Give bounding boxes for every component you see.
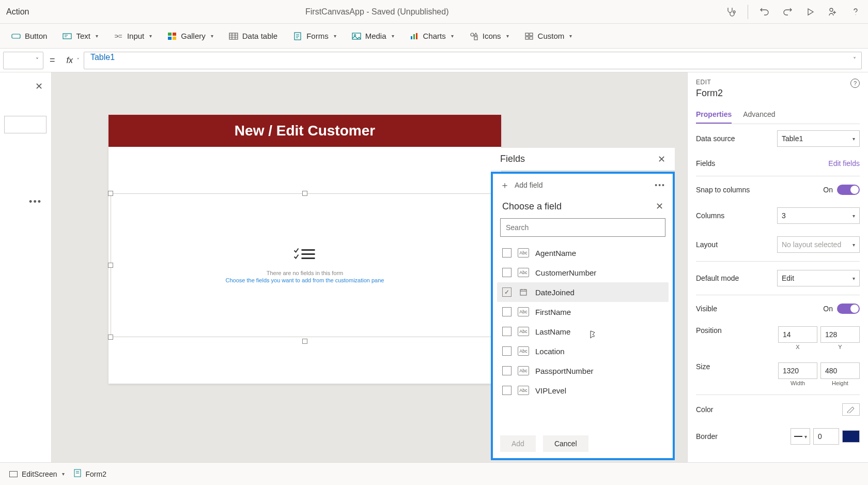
empty-form-text1: There are no fields in this form	[226, 270, 384, 276]
share-icon[interactable]	[827, 6, 839, 18]
svg-rect-18	[525, 33, 529, 36]
field-item-viplevel[interactable]: AbcVIPLevel	[497, 381, 669, 400]
charts-icon	[410, 32, 419, 41]
checkbox[interactable]: ✓	[502, 287, 512, 297]
svg-rect-17	[474, 37, 477, 40]
checkbox[interactable]	[502, 327, 512, 336]
close-icon[interactable]: ✕	[658, 154, 665, 165]
custom-icon	[524, 32, 534, 41]
position-x-input[interactable]: 14	[778, 326, 817, 343]
snap-toggle[interactable]	[837, 185, 860, 195]
text-type-icon: Abc	[518, 248, 529, 257]
ribbon-icons[interactable]: Icons▾	[464, 28, 514, 44]
size-width-input[interactable]: 1320	[778, 362, 817, 379]
color-picker[interactable]	[842, 403, 860, 416]
redo-icon[interactable]	[781, 6, 794, 18]
resize-handle[interactable]	[108, 335, 113, 340]
field-item-lastname[interactable]: AbcLastName	[497, 322, 669, 341]
tab-properties[interactable]: Properties	[696, 106, 732, 124]
position-y-input[interactable]: 128	[820, 326, 860, 343]
checklist-icon	[226, 248, 384, 267]
ribbon-button[interactable]: Button	[6, 28, 52, 44]
close-icon[interactable]: ✕	[35, 81, 43, 92]
field-item-datejoined[interactable]: ✓DateJoined	[497, 282, 669, 302]
text-icon	[63, 32, 72, 41]
field-list: AbcAgentNameAbcCustomerNumber✓DateJoined…	[493, 241, 673, 429]
icons-icon	[469, 32, 478, 41]
tree-search-input[interactable]	[4, 116, 47, 133]
field-item-customernumber[interactable]: AbcCustomerNumber	[497, 263, 669, 282]
field-search-input[interactable]	[500, 218, 665, 237]
resize-handle[interactable]	[108, 263, 113, 268]
close-icon[interactable]: ✕	[656, 201, 663, 212]
menu-action[interactable]: Action	[6, 7, 29, 17]
svg-rect-15	[416, 33, 417, 39]
more-icon[interactable]: •••	[655, 181, 665, 189]
edit-fields-link[interactable]: Edit fields	[828, 159, 860, 168]
ribbon: Button Text▾ Input▾ Gallery▾ Data table …	[0, 24, 868, 49]
breadcrumb-form[interactable]: Form2	[74, 469, 106, 479]
button-icon	[11, 32, 21, 41]
checkbox[interactable]	[502, 386, 512, 395]
datasource-dropdown[interactable]: Table1▾	[777, 130, 860, 147]
text-type-icon: Abc	[518, 327, 529, 336]
checkbox[interactable]	[502, 307, 512, 316]
ribbon-gallery[interactable]: Gallery▾	[162, 28, 219, 44]
play-icon[interactable]	[804, 6, 816, 18]
undo-icon[interactable]	[758, 6, 771, 18]
chevron-down-icon: ▾	[392, 33, 394, 39]
text-type-icon: Abc	[518, 268, 529, 277]
field-name: AgentName	[535, 249, 576, 257]
layout-dropdown[interactable]: No layout selected▾	[777, 236, 860, 253]
help-icon[interactable]: ?	[850, 79, 860, 88]
size-height-input[interactable]: 480	[820, 362, 860, 379]
checkbox[interactable]	[502, 268, 512, 277]
resize-handle[interactable]	[108, 191, 113, 196]
checkbox[interactable]	[502, 346, 512, 356]
field-item-firstname[interactable]: AbcFirstName	[497, 302, 669, 322]
help-icon[interactable]	[849, 6, 862, 18]
field-name: PassportNumber	[535, 367, 594, 375]
ribbon-forms[interactable]: Forms▾	[288, 28, 342, 44]
choose-field-title: Choose a field	[502, 201, 562, 212]
field-name: FirstName	[535, 308, 571, 316]
calendar-icon	[518, 287, 529, 297]
property-dropdown[interactable]: ˅	[3, 52, 43, 69]
checkbox[interactable]	[502, 248, 512, 257]
field-item-agentname[interactable]: AbcAgentName	[497, 243, 669, 263]
checkbox[interactable]	[502, 366, 512, 375]
visible-toggle[interactable]	[837, 304, 860, 314]
border-style-dropdown[interactable]: ▾	[791, 428, 810, 445]
ribbon-datatable[interactable]: Data table	[224, 28, 283, 44]
add-button[interactable]: Add	[500, 435, 536, 452]
stethoscope-icon[interactable]	[725, 6, 737, 18]
visible-label: Visible	[696, 305, 717, 313]
ribbon-media[interactable]: Media▾	[347, 28, 399, 44]
ribbon-text[interactable]: Text▾	[57, 28, 103, 44]
defaultmode-dropdown[interactable]: Edit▾	[777, 270, 860, 286]
border-color-picker[interactable]	[842, 430, 860, 443]
border-width-input[interactable]: 0	[813, 428, 839, 445]
columns-dropdown[interactable]: 3▾	[777, 207, 860, 224]
cancel-button[interactable]: Cancel	[543, 435, 588, 452]
ribbon-input[interactable]: Input▾	[109, 28, 157, 44]
form-control[interactable]: There are no fields in this form Choose …	[111, 193, 499, 337]
resize-handle[interactable]	[302, 191, 307, 196]
ribbon-charts[interactable]: Charts▾	[405, 28, 459, 44]
svg-rect-9	[229, 33, 238, 39]
screen-header: New / Edit Customer	[109, 115, 501, 147]
breadcrumb-screen[interactable]: EditScreen▾	[9, 470, 65, 478]
app-canvas[interactable]: New / Edit Customer There are no fields …	[109, 115, 501, 384]
more-icon[interactable]: •••	[29, 196, 42, 207]
field-item-location[interactable]: AbcLocation	[497, 341, 669, 361]
tab-advanced[interactable]: Advanced	[743, 106, 775, 124]
svg-point-1	[830, 8, 833, 11]
fx-label[interactable]: fx˅	[61, 56, 84, 65]
chevron-down-icon[interactable]: ˅	[853, 56, 856, 64]
resize-handle[interactable]	[302, 339, 307, 344]
field-item-passportnumber[interactable]: AbcPassportNumber	[497, 361, 669, 381]
add-field-row[interactable]: ＋ Add field •••	[493, 174, 673, 196]
app-title: FirstCanvasApp - Saved (Unpublished)	[29, 7, 725, 17]
formula-input[interactable]: Table1˅	[84, 52, 862, 69]
ribbon-custom[interactable]: Custom▾	[519, 28, 578, 44]
